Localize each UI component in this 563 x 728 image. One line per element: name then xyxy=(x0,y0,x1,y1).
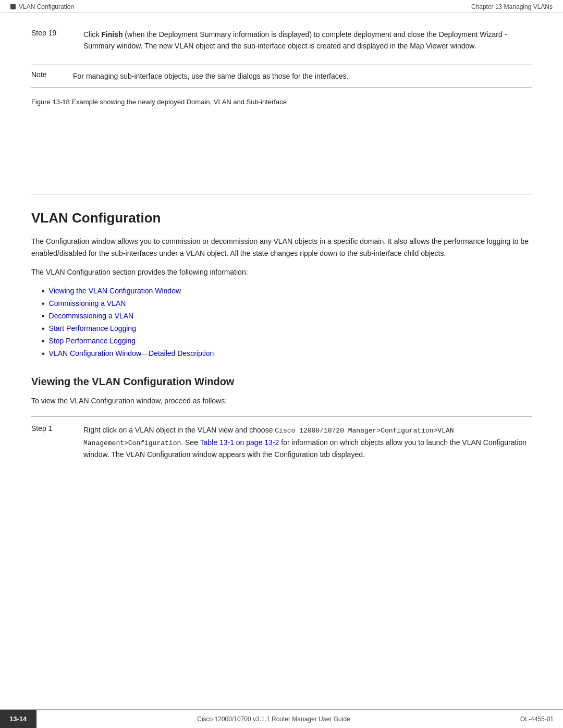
list-item-viewing: Viewing the VLAN Configuration Window xyxy=(42,285,532,298)
list-item-stop-logging: Stop Performance Logging xyxy=(42,335,532,348)
step-19-label: Step 19 xyxy=(31,29,73,52)
link-commissioning[interactable]: Commissioning a VLAN xyxy=(49,298,126,310)
step1-text-after: . See xyxy=(181,438,200,447)
viewing-intro: To view the VLAN Configuration window, p… xyxy=(31,395,532,406)
note-box: Note For managing sub-interface objects,… xyxy=(31,65,532,88)
link-detailed-desc[interactable]: VLAN Configuration Window—Detailed Descr… xyxy=(49,348,214,360)
footer-page-num: 13-14 xyxy=(0,710,36,728)
list-item-detailed-desc: VLAN Configuration Window—Detailed Descr… xyxy=(42,348,532,360)
list-item-decommissioning: Decommissioning a VLAN xyxy=(42,310,532,323)
link-start-logging[interactable]: Start Performance Logging xyxy=(49,323,136,335)
page-header: VLAN Configuration Chapter 13 Managing V… xyxy=(0,0,563,13)
step-19-block: Step 19 Click Finish (when the Deploymen… xyxy=(31,29,532,52)
link-decommissioning[interactable]: Decommissioning a VLAN xyxy=(49,310,134,323)
finish-bold: Finish xyxy=(101,30,123,39)
step-1-block: Step 1 Right click on a VLAN object in t… xyxy=(31,416,532,461)
step-1-text: Right click on a VLAN object in the VLAN… xyxy=(83,424,532,461)
vlan-config-heading: VLAN Configuration xyxy=(31,210,532,226)
vlan-config-para2: The VLAN Configuration section provides … xyxy=(31,266,532,278)
note-text: For managing sub-interface objects, use … xyxy=(73,70,348,82)
breadcrumb-area: VLAN Configuration xyxy=(10,3,74,10)
list-item-commissioning: Commissioning a VLAN xyxy=(42,298,532,310)
list-item-start-logging: Start Performance Logging xyxy=(42,323,532,335)
chapter-label: Chapter 13 Managing VLANs xyxy=(471,3,553,10)
main-content: Step 19 Click Finish (when the Deploymen… xyxy=(0,13,563,502)
vlan-config-para1: The Configuration window allows you to c… xyxy=(31,236,532,259)
link-viewing[interactable]: Viewing the VLAN Configuration Window xyxy=(49,285,181,298)
step1-table-link[interactable]: Table 13-1 on page 13-2 xyxy=(200,438,279,447)
footer-center-text: Cisco 12000/10700 v3.1.1 Router Manager … xyxy=(36,710,511,728)
step-19-text: Click Finish (when the Deployment Summar… xyxy=(83,29,532,52)
step1-text-before: Right click on a VLAN object in the VLAN… xyxy=(83,426,275,434)
viewing-section-heading: Viewing the VLAN Configuration Window xyxy=(31,376,532,388)
figure-area xyxy=(31,111,532,194)
step-1-label: Step 1 xyxy=(31,424,73,461)
link-stop-logging[interactable]: Stop Performance Logging xyxy=(49,335,136,348)
footer-right-text: OL-4455-01 xyxy=(511,710,563,728)
figure-caption: Figure 13-18 Example showing the newly d… xyxy=(31,98,532,106)
page-footer: 13-14 Cisco 12000/10700 v3.1.1 Router Ma… xyxy=(0,709,563,728)
breadcrumb: VLAN Configuration xyxy=(19,3,74,10)
note-label: Note xyxy=(31,70,63,82)
vlan-config-links-list: Viewing the VLAN Configuration Window Co… xyxy=(42,285,532,360)
bullet-icon xyxy=(10,4,16,9)
